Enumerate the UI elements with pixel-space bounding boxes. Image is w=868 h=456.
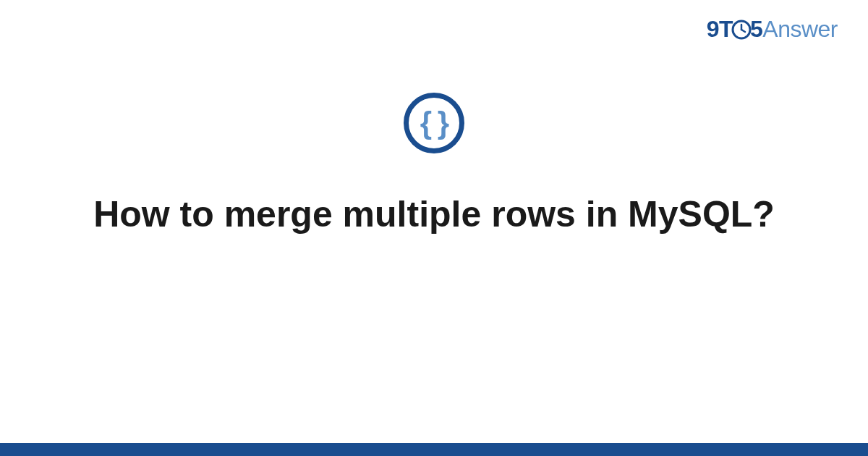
footer-accent-bar [0,443,868,456]
site-header: 9T5Answer [707,16,838,43]
site-logo[interactable]: 9T5Answer [707,16,838,43]
code-braces-glyph: { } [420,106,448,140]
logo-text-9t: 9T [707,16,733,42]
clock-icon [731,20,752,40]
question-title: How to merge multiple rows in MySQL? [93,191,775,237]
svg-line-2 [741,30,745,32]
logo-text-answer: Answer [762,16,838,42]
logo-text-5: 5 [750,16,762,42]
code-braces-icon: { } [404,93,464,153]
main-content: { } How to merge multiple rows in MySQL? [0,93,868,237]
